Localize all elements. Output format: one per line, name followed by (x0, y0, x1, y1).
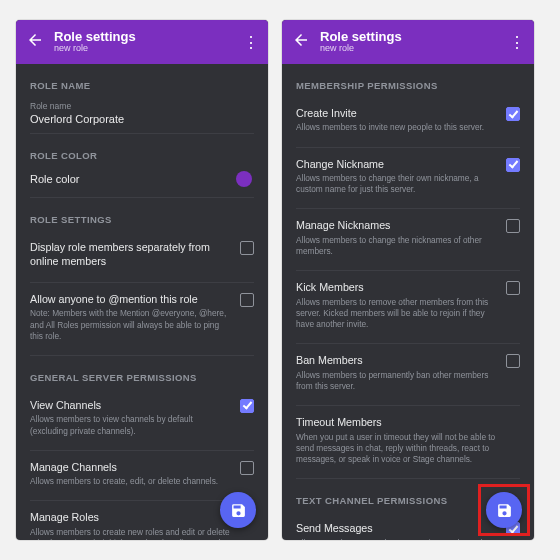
send-messages-title: Send Messages (296, 521, 498, 535)
ban-members-title: Ban Members (296, 353, 498, 367)
scroll-area: ROLE NAME Role name Overlord Corporate R… (16, 64, 268, 540)
role-name-field[interactable]: Overlord Corporate (30, 113, 254, 129)
section-role-color: ROLE COLOR (30, 150, 254, 161)
appbar-subtitle: new role (54, 44, 242, 54)
appbar-title: Role settings (54, 30, 242, 44)
timeout-members-title: Timeout Members (296, 415, 512, 429)
view-channels-checkbox[interactable] (240, 399, 254, 413)
back-button[interactable] (292, 31, 314, 54)
section-general-perms: GENERAL SERVER PERMISSIONS (30, 372, 254, 383)
role-name-label: Role name (30, 101, 254, 111)
role-color-row[interactable]: Role color (30, 171, 254, 193)
appbar: Role settings new role ⋮ (282, 20, 534, 64)
change-nickname-title: Change Nickname (296, 157, 498, 171)
kick-members-checkbox[interactable] (506, 281, 520, 295)
save-fab[interactable] (486, 492, 522, 528)
section-role-settings: ROLE SETTINGS (30, 214, 254, 225)
ban-members-row[interactable]: Ban Members Allows members to permanentl… (296, 344, 520, 401)
allow-mention-row[interactable]: Allow anyone to @mention this role Note:… (30, 283, 254, 351)
change-nickname-row[interactable]: Change Nickname Allows members to change… (296, 148, 520, 205)
timeout-members-row[interactable]: Timeout Members When you put a user in t… (296, 406, 520, 474)
save-fab[interactable] (220, 492, 256, 528)
manage-roles-desc: Allows members to create new roles and e… (30, 527, 246, 540)
display-separately-checkbox[interactable] (240, 241, 254, 255)
view-channels-title: View Channels (30, 398, 232, 412)
view-channels-desc: Allows members to view channels by defau… (30, 414, 232, 436)
divider (30, 355, 254, 356)
overflow-menu-button[interactable]: ⋮ (242, 33, 258, 52)
divider (30, 197, 254, 198)
timeout-members-desc: When you put a user in timeout they will… (296, 432, 512, 466)
manage-channels-checkbox[interactable] (240, 461, 254, 475)
send-messages-desc: Allows members to send messages in text … (296, 538, 498, 541)
create-invite-row[interactable]: Create Invite Allows members to invite n… (296, 97, 520, 143)
change-nickname-desc: Allows members to change their own nickn… (296, 173, 498, 195)
divider (30, 133, 254, 134)
manage-channels-row[interactable]: Manage Channels Allows members to create… (30, 451, 254, 497)
save-icon (496, 502, 513, 519)
save-icon (230, 502, 247, 519)
section-role-name: ROLE NAME (30, 80, 254, 91)
phone-right: Role settings new role ⋮ MEMBERSHIP PERM… (282, 20, 534, 540)
manage-nicknames-checkbox[interactable] (506, 219, 520, 233)
create-invite-desc: Allows members to invite new people to t… (296, 122, 498, 133)
role-color-label: Role color (30, 173, 236, 185)
manage-channels-desc: Allows members to create, edit, or delet… (30, 476, 232, 487)
section-membership-perms: MEMBERSHIP PERMISSIONS (296, 80, 520, 91)
display-separately-title: Display role members separately from onl… (30, 240, 232, 269)
back-button[interactable] (26, 31, 48, 54)
appbar: Role settings new role ⋮ (16, 20, 268, 64)
scroll-area: MEMBERSHIP PERMISSIONS Create Invite All… (282, 64, 534, 540)
allow-mention-checkbox[interactable] (240, 293, 254, 307)
manage-nicknames-title: Manage Nicknames (296, 218, 498, 232)
create-invite-title: Create Invite (296, 106, 498, 120)
create-invite-checkbox[interactable] (506, 107, 520, 121)
manage-nicknames-row[interactable]: Manage Nicknames Allows members to chang… (296, 209, 520, 266)
divider (296, 478, 520, 479)
change-nickname-checkbox[interactable] (506, 158, 520, 172)
color-swatch (236, 171, 252, 187)
kick-members-desc: Allows members to remove other members f… (296, 297, 498, 331)
display-separately-row[interactable]: Display role members separately from onl… (30, 231, 254, 278)
manage-channels-title: Manage Channels (30, 460, 232, 474)
kick-members-title: Kick Members (296, 280, 498, 294)
ban-members-desc: Allows members to permanently ban other … (296, 370, 498, 392)
ban-members-checkbox[interactable] (506, 354, 520, 368)
kick-members-row[interactable]: Kick Members Allows members to remove ot… (296, 271, 520, 339)
allow-mention-title: Allow anyone to @mention this role (30, 292, 232, 306)
manage-nicknames-desc: Allows members to change the nicknames o… (296, 235, 498, 257)
phone-left: Role settings new role ⋮ ROLE NAME Role … (16, 20, 268, 540)
appbar-subtitle: new role (320, 44, 508, 54)
overflow-menu-button[interactable]: ⋮ (508, 33, 524, 52)
manage-roles-title: Manage Roles (30, 510, 246, 524)
appbar-title: Role settings (320, 30, 508, 44)
allow-mention-desc: Note: Members with the Mention @everyone… (30, 308, 232, 342)
view-channels-row[interactable]: View Channels Allows members to view cha… (30, 389, 254, 446)
